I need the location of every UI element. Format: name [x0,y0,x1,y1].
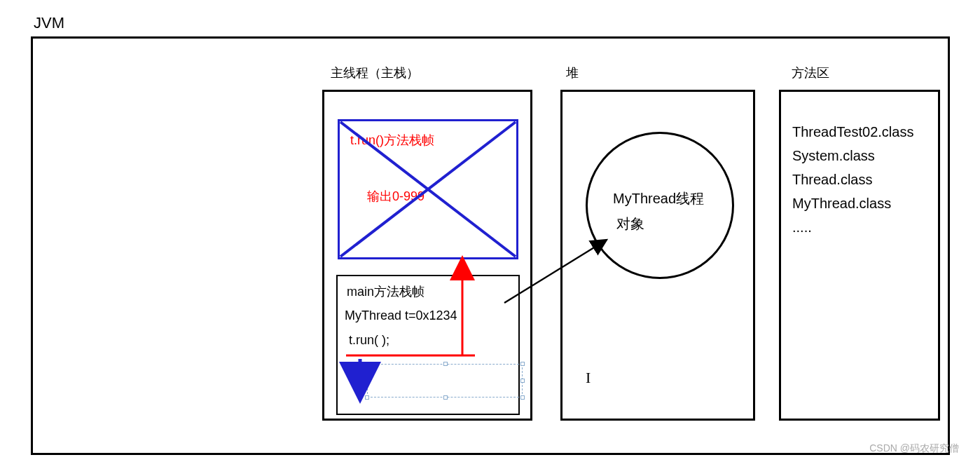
heap-label: 堆 [566,64,579,81]
handle-icon[interactable] [443,362,448,366]
class-entry-more: ..... [792,215,927,239]
stack-label: 主线程（主栈） [331,64,419,81]
main-frame-title: main方法栈帧 [347,283,425,300]
class-entry: System.class [792,144,927,168]
main-frame-call: t.run( ); [349,333,389,348]
handle-icon[interactable] [365,379,369,383]
watermark: CSDN @码农研究僧 [869,442,959,455]
class-entry: MyThread.class [792,191,927,215]
heap-object-line2: 对象 [616,215,644,233]
run-frame-body: 输出0-999 [367,188,425,205]
handle-icon[interactable] [520,362,525,366]
method-area-label: 方法区 [792,64,829,81]
handle-icon[interactable] [365,362,369,366]
handle-icon[interactable] [520,395,525,400]
heap-object-line1: MyThread线程 [613,189,704,208]
handle-icon[interactable] [443,395,448,400]
handle-icon[interactable] [365,395,369,400]
class-entry: ThreadTest02.class [792,120,927,144]
method-area-box: ThreadTest02.class System.class Thread.c… [779,90,940,421]
main-frame-var: MyThread t=0x1234 [345,308,457,323]
run-frame-title: t.run()方法栈帧 [350,132,434,149]
text-cursor-icon: I [586,369,591,387]
handle-icon[interactable] [520,379,525,383]
editor-selection-box[interactable] [367,364,523,398]
jvm-title: JVM [34,14,64,32]
class-entry: Thread.class [792,168,927,191]
